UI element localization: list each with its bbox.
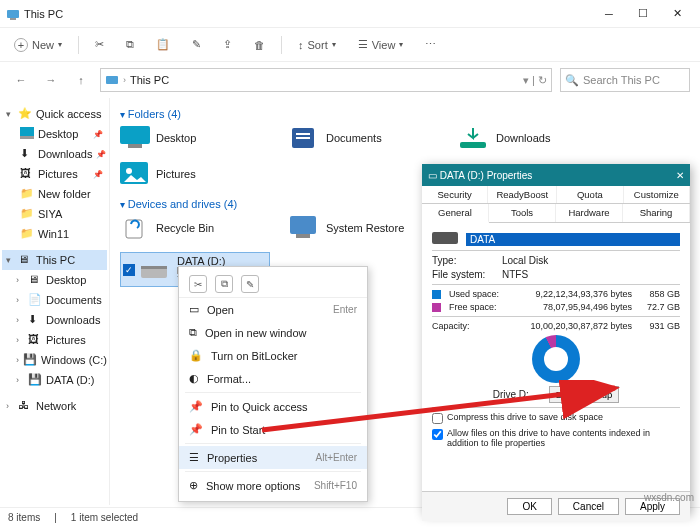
delete-icon[interactable]: 🗑 <box>248 36 271 54</box>
checkbox-icon[interactable]: ✓ <box>123 264 135 276</box>
nav-desktop2[interactable]: ›🖥Desktop <box>2 270 107 290</box>
compress-checkbox[interactable] <box>432 413 443 424</box>
back-button[interactable]: ← <box>10 69 32 91</box>
tab-readyboost[interactable]: ReadyBoost <box>488 186 557 203</box>
tab-general[interactable]: General <box>422 204 489 223</box>
tab-hardware[interactable]: Hardware <box>556 204 623 222</box>
tab-quota[interactable]: Quota <box>557 186 623 203</box>
svg-rect-8 <box>296 133 310 135</box>
cancel-button[interactable]: Cancel <box>558 498 619 515</box>
nav-downloads2[interactable]: ›⬇Downloads <box>2 310 107 330</box>
nav-siya[interactable]: 📁SIYA <box>2 204 107 224</box>
nav-pane: ▾⭐Quick access Desktop📌 ⬇Downloads📌 🖼Pic… <box>0 98 110 505</box>
svg-rect-15 <box>296 234 310 238</box>
properties-dialog: ▭ DATA (D:) Properties✕ Security ReadyBo… <box>422 164 690 514</box>
sort-button[interactable]: ↕ Sort ▾ <box>292 36 342 54</box>
type-label: Type: <box>432 255 494 266</box>
ctx-pin-start[interactable]: 📌Pin to Start <box>179 418 367 441</box>
tab-tools[interactable]: Tools <box>489 204 556 222</box>
up-button[interactable]: ↑ <box>70 69 92 91</box>
context-menu: ✂ ⧉ ✎ ▭OpenEnter ⧉Open in new window 🔒Tu… <box>178 266 368 502</box>
nav-pictures2[interactable]: ›🖼Pictures <box>2 330 107 350</box>
svg-rect-14 <box>290 216 316 234</box>
disk-cleanup-button[interactable]: Disk Cleanup <box>549 386 620 403</box>
ctx-copy-icon[interactable]: ⧉ <box>215 275 233 293</box>
nav-documents[interactable]: ›📄Documents <box>2 290 107 310</box>
more-icon: ⊕ <box>189 479 198 492</box>
desktop-icon <box>120 126 150 150</box>
downloads-icon: ⬇ <box>20 147 34 161</box>
ctx-pin-quick[interactable]: 📌Pin to Quick access <box>179 395 367 418</box>
folder-pictures[interactable]: Pictures <box>120 162 270 186</box>
cut-icon[interactable]: ✂ <box>89 35 110 54</box>
item-count: 8 items <box>8 512 40 523</box>
breadcrumb[interactable]: This PC <box>130 74 169 86</box>
tab-security[interactable]: Security <box>422 186 488 203</box>
group-folders[interactable]: Folders (4) <box>120 108 690 120</box>
close-button[interactable]: ✕ <box>660 2 694 26</box>
index-checkbox[interactable] <box>432 429 443 440</box>
maximize-button[interactable]: ☐ <box>626 2 660 26</box>
device-system-restore[interactable]: System Restore <box>290 216 440 240</box>
more-icon[interactable]: ⋯ <box>419 35 442 54</box>
nav-win11[interactable]: 📁Win11 <box>2 224 107 244</box>
svg-rect-18 <box>432 232 458 244</box>
rename-icon[interactable]: ✎ <box>186 35 207 54</box>
svg-rect-9 <box>296 137 310 139</box>
paste-icon[interactable]: 📋 <box>150 35 176 54</box>
properties-icon: ☰ <box>189 451 199 464</box>
nav-downloads[interactable]: ⬇Downloads📌 <box>2 144 107 164</box>
star-icon: ⭐ <box>18 107 32 121</box>
folder-downloads[interactable]: Downloads <box>460 126 610 150</box>
ctx-more-options[interactable]: ⊕Show more optionsShift+F10 <box>179 474 367 497</box>
search-input[interactable]: 🔍 Search This PC <box>560 68 690 92</box>
drive-label: Drive D: <box>493 389 529 400</box>
svg-rect-2 <box>106 76 118 84</box>
used-color-icon <box>432 290 441 299</box>
folder-icon: 📁 <box>20 187 34 201</box>
nav-quick-access[interactable]: ▾⭐Quick access <box>2 104 107 124</box>
nav-this-pc[interactable]: ▾🖥This PC <box>2 250 107 270</box>
svg-rect-17 <box>141 266 167 269</box>
documents-icon <box>290 126 320 150</box>
volume-name-input[interactable]: DATA <box>466 233 680 246</box>
search-icon: 🔍 <box>565 74 579 87</box>
selected-count: 1 item selected <box>71 512 138 523</box>
folder-desktop[interactable]: Desktop <box>120 126 270 150</box>
nav-pictures[interactable]: 🖼Pictures📌 <box>2 164 107 184</box>
ctx-properties[interactable]: ☰PropertiesAlt+Enter <box>179 446 367 469</box>
svg-rect-4 <box>20 136 34 139</box>
copy-icon[interactable]: ⧉ <box>120 35 140 54</box>
ctx-bitlocker[interactable]: 🔒Turn on BitLocker <box>179 344 367 367</box>
new-button[interactable]: +New▾ <box>8 35 68 55</box>
view-button[interactable]: ☰ View ▾ <box>352 35 410 54</box>
ctx-open[interactable]: ▭OpenEnter <box>179 298 367 321</box>
restore-icon <box>290 216 320 240</box>
nav-windows-c[interactable]: ›💾Windows (C:) <box>2 350 107 370</box>
nav-newfolder[interactable]: 📁New folder <box>2 184 107 204</box>
ctx-format[interactable]: ◐Format... <box>179 367 367 390</box>
drive-icon: 💾 <box>28 373 42 387</box>
tab-sharing[interactable]: Sharing <box>623 204 690 222</box>
filesystem-label: File system: <box>432 269 494 280</box>
minimize-button[interactable]: ─ <box>592 2 626 26</box>
nav-data-d[interactable]: ›💾DATA (D:) <box>2 370 107 390</box>
pin-icon: 📌 <box>189 400 203 413</box>
dialog-close-button[interactable]: ✕ <box>676 170 684 181</box>
window-icon: ⧉ <box>189 326 197 339</box>
forward-button[interactable]: → <box>40 69 62 91</box>
ok-button[interactable]: OK <box>507 498 551 515</box>
downloads-icon <box>460 126 490 150</box>
folder-documents[interactable]: Documents <box>290 126 440 150</box>
ctx-open-new-window[interactable]: ⧉Open in new window <box>179 321 367 344</box>
address-bar[interactable]: › This PC ▾ | ↻ <box>100 68 552 92</box>
device-recycle-bin[interactable]: Recycle Bin <box>120 216 270 240</box>
nav-desktop[interactable]: Desktop📌 <box>2 124 107 144</box>
tab-customize[interactable]: Customize <box>624 186 690 203</box>
ctx-rename-icon[interactable]: ✎ <box>241 275 259 293</box>
svg-rect-3 <box>20 127 34 136</box>
ctx-cut-icon[interactable]: ✂ <box>189 275 207 293</box>
share-icon[interactable]: ⇪ <box>217 35 238 54</box>
nav-network[interactable]: ›🖧Network <box>2 396 107 416</box>
drive-icon: ▭ <box>428 170 437 181</box>
